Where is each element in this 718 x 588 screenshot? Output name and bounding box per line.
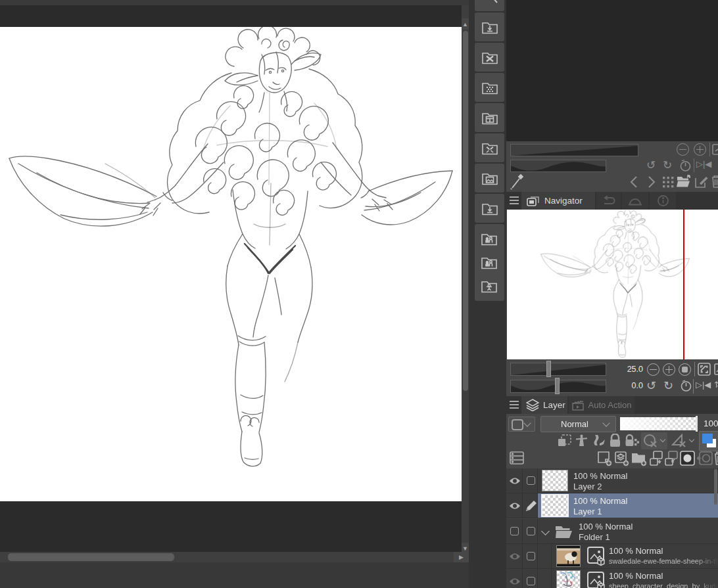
layer-thumbnail-selected[interactable] <box>541 494 569 517</box>
subview-rotate-slider[interactable] <box>510 160 606 172</box>
vscroll-thumb[interactable] <box>463 31 468 391</box>
visibility-eye-icon-dimmed[interactable] <box>509 577 521 585</box>
editing-target-pencil-icon[interactable] <box>525 499 538 512</box>
layer-menu-icon[interactable] <box>509 399 519 410</box>
new-folder-icon[interactable] <box>631 451 648 466</box>
layer-palette-button[interactable] <box>508 417 535 432</box>
clipping-mask-icon[interactable] <box>558 434 571 448</box>
layer-opacity-slider[interactable] <box>620 417 696 430</box>
visibility-checkbox-off[interactable] <box>510 527 519 535</box>
subview-flip-horizontal-icon[interactable]: ▷︎|◀︎ <box>696 159 711 169</box>
ruler-button[interactable] <box>670 432 696 449</box>
navigator-rotate-handle[interactable] <box>555 378 560 394</box>
navigator-zoom-in-icon[interactable] <box>663 363 675 376</box>
vscroll-up-button[interactable]: ▲︎ <box>462 18 469 30</box>
tab-history[interactable] <box>596 192 621 210</box>
folder-pattern-button[interactable] <box>475 73 504 102</box>
layer-checkbox[interactable] <box>527 577 535 585</box>
folder-pose-icon[interactable] <box>481 279 498 293</box>
layer-thumbnail[interactable] <box>542 470 568 491</box>
folder-people-2-icon[interactable] <box>481 255 498 269</box>
magnifier-button[interactable] <box>475 0 504 11</box>
layer-row-swaledale[interactable]: 100 % Normal swaledale-ewe-female-sheep-… <box>506 544 718 569</box>
tab-auto-action[interactable]: Auto Action <box>569 396 634 414</box>
blend-mode-select[interactable]: Normal <box>540 416 616 432</box>
layer-row-sheep-design[interactable]: 100 % Normal sheep_character_design_by_k… <box>506 569 718 588</box>
tab-information[interactable] <box>650 192 676 210</box>
subview-rotate-left-icon[interactable]: ↺ <box>646 158 656 172</box>
subview-delete-icon[interactable] <box>711 174 718 189</box>
subview-edit-icon[interactable] <box>694 175 708 189</box>
apply-mask-icon[interactable] <box>697 451 713 466</box>
layer-info: 100 % Normal <box>573 496 627 506</box>
layer-checkbox[interactable] <box>527 527 535 535</box>
subview-zoom-slider[interactable] <box>510 144 638 156</box>
navigator-menu-icon[interactable] <box>509 195 519 206</box>
navigator-zoom-out-icon[interactable] <box>647 363 659 376</box>
navigator-fit-to-screen-icon[interactable] <box>698 363 711 376</box>
folder-layout-button[interactable] <box>475 103 504 132</box>
tab-subview-dome[interactable] <box>622 192 648 210</box>
layer-checkbox[interactable] <box>527 552 535 560</box>
subview-next-image-icon[interactable] <box>646 175 657 189</box>
navigator-preview[interactable] <box>507 210 718 359</box>
hscroll-thumb[interactable] <box>8 553 174 561</box>
subview-preview[interactable] <box>506 0 718 141</box>
navigator-zoom-slider[interactable] <box>510 363 606 376</box>
new-vector-layer-icon[interactable] <box>614 451 630 466</box>
transfer-to-lower-layer-icon[interactable] <box>649 451 663 466</box>
subview-open-file-icon[interactable] <box>677 175 692 189</box>
canvas-page[interactable] <box>0 27 462 501</box>
navigator-reset-rotation-icon[interactable] <box>680 380 692 392</box>
panel-layout-icon[interactable] <box>510 451 524 464</box>
lock-layer-icon[interactable] <box>609 434 621 448</box>
enable-mask-button[interactable] <box>641 432 667 449</box>
subview-eyedropper-icon[interactable] <box>510 174 523 190</box>
layer-row-layer2[interactable]: 100 % Normal Layer 2 <box>506 468 718 493</box>
layer-row-folder1[interactable]: 100 % Normal Folder 1 <box>506 519 718 544</box>
visibility-eye-icon[interactable] <box>509 502 521 510</box>
layer-list-scrollbar-thumb[interactable] <box>714 469 717 505</box>
navigator-print-size-icon[interactable] <box>714 363 718 376</box>
subview-fit-icon[interactable] <box>712 143 718 156</box>
navigator-rotate-right-icon[interactable]: ↻ <box>663 378 673 393</box>
photo-thumbnail[interactable] <box>556 545 581 567</box>
folder-image-button[interactable] <box>475 164 504 192</box>
lock-transparent-pixels-icon[interactable] <box>625 434 639 448</box>
folder-expand-chevron-icon[interactable] <box>541 527 550 535</box>
navigator-flip-horizontal-icon[interactable]: ▷︎|◀︎ <box>696 380 711 390</box>
sketch-thumbnail[interactable] <box>556 570 581 588</box>
subview-rotate-right-icon[interactable]: ↻ <box>663 158 672 172</box>
new-raster-layer-icon[interactable] <box>597 451 613 466</box>
hscroll-right-button[interactable]: ▶︎ <box>454 552 469 562</box>
create-layer-mask-icon[interactable] <box>680 451 695 466</box>
layer-opacity-handle[interactable] <box>696 416 698 432</box>
tab-navigator[interactable]: Navigator <box>521 192 595 210</box>
navigator-zoom-handle[interactable] <box>546 361 551 377</box>
subview-zoom-in-icon[interactable] <box>694 143 706 156</box>
visibility-eye-icon[interactable] <box>509 477 521 485</box>
layer-checkbox[interactable] <box>527 476 535 485</box>
folder-download-2-button[interactable] <box>475 194 504 223</box>
layer-info: 100 % Normal <box>609 571 663 581</box>
folder-delete-button[interactable] <box>475 43 504 72</box>
visibility-eye-icon-dimmed[interactable] <box>509 553 521 560</box>
layer-row-layer1-selected[interactable]: 100 % Normal Layer 1 <box>506 493 718 518</box>
reference-layer-icon[interactable] <box>575 434 588 448</box>
folder-people-icon[interactable] <box>481 231 498 246</box>
navigator-reset-zoom-icon[interactable] <box>679 363 691 376</box>
tab-layer[interactable]: Layer <box>521 396 567 414</box>
navigator-rotate-left-icon[interactable]: ↺ <box>646 378 656 393</box>
subview-reset-rotation-icon[interactable] <box>679 160 692 172</box>
draft-layer-icon[interactable] <box>592 434 606 448</box>
merge-down-icon[interactable] <box>664 451 679 466</box>
folder-collapse-button[interactable] <box>475 133 504 162</box>
layer-color-button[interactable] <box>699 431 718 451</box>
canvas-viewport[interactable] <box>0 5 462 552</box>
navigator-flip-vertical-icon[interactable]: ⇅ <box>714 380 718 390</box>
subview-zoom-out-icon[interactable] <box>677 143 689 156</box>
subview-grid-icon[interactable] <box>663 177 674 188</box>
delete-layer-icon[interactable] <box>714 450 718 466</box>
folder-download-button[interactable] <box>475 12 504 41</box>
subview-previous-image-icon[interactable] <box>629 175 639 189</box>
